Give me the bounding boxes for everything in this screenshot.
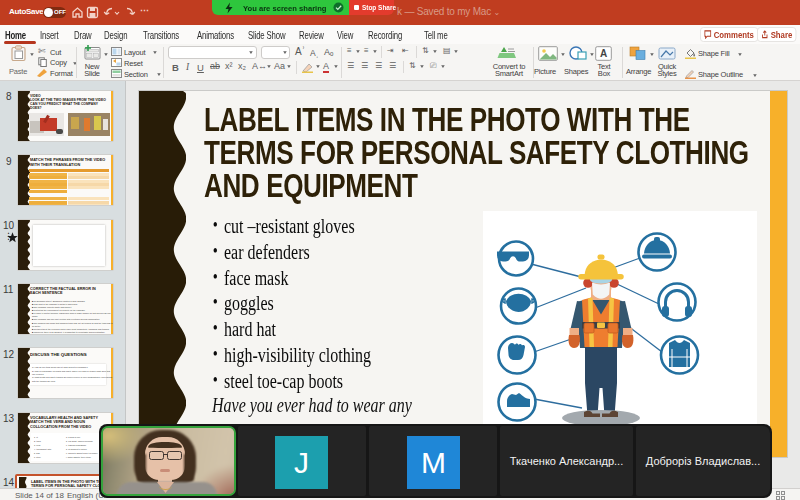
svg-text:A: A [600, 48, 607, 59]
